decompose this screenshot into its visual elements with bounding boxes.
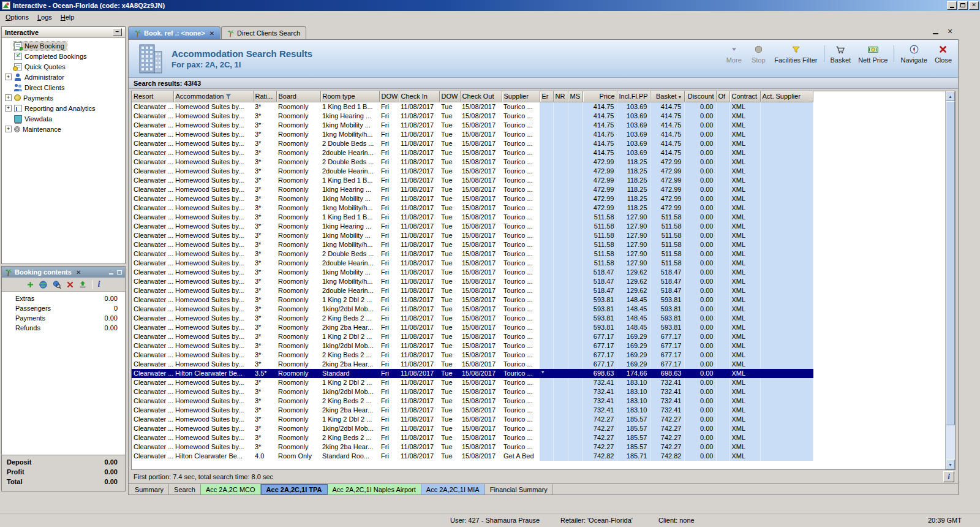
cell-check_out[interactable]: 15/08/2017 [460, 332, 502, 341]
expand-icon[interactable]: + [5, 94, 12, 101]
cell-act_supplier[interactable] [760, 305, 813, 314]
cell-dow_out[interactable]: Tue [439, 277, 460, 286]
cell-incl[interactable]: 183.10 [617, 387, 650, 396]
cell-room[interactable]: 2double Hearin... [320, 167, 379, 176]
cell-dow_in[interactable]: Fri [379, 231, 399, 240]
cell-resort[interactable]: Clearwater ... [132, 314, 173, 323]
cell-rating[interactable]: 3* [253, 351, 276, 360]
cell-dow_out[interactable]: Tue [439, 341, 460, 351]
cell-accommodation[interactable]: Homewood Suites by... [173, 415, 253, 424]
cell-ms[interactable] [568, 396, 582, 406]
cell-room[interactable]: 2 King Beds 2 ... [320, 433, 379, 442]
cell-er[interactable] [540, 259, 553, 268]
cell-board[interactable]: Roomonly [276, 442, 320, 452]
cell-ms[interactable] [568, 415, 582, 424]
cell-supplier[interactable]: Tourico ... [502, 167, 540, 176]
vertical-scrollbar[interactable]: ▲ ▼ [945, 91, 955, 469]
cell-ms[interactable] [568, 148, 582, 157]
cell-dow_in[interactable]: Fri [379, 185, 399, 194]
cell-resort[interactable]: Clearwater ... [132, 442, 173, 452]
cell-of[interactable] [716, 249, 729, 259]
cell-basket[interactable]: 511.58 [650, 213, 684, 222]
cell-board[interactable]: Roomonly [276, 240, 320, 249]
cell-check_in[interactable]: 11/08/2017 [399, 240, 439, 249]
cell-check_out[interactable]: 15/08/2017 [460, 268, 502, 277]
cell-act_supplier[interactable] [760, 268, 813, 277]
cell-discount[interactable]: 0.00 [684, 249, 716, 259]
cell-rating[interactable]: 3* [253, 139, 276, 148]
cell-er[interactable] [540, 351, 553, 360]
cell-check_in[interactable]: 11/08/2017 [399, 203, 439, 213]
cell-room[interactable]: 2king 2ba Hear... [320, 406, 379, 415]
cell-ms[interactable] [568, 157, 582, 167]
cell-dow_in[interactable]: Fri [379, 157, 399, 167]
cell-contract[interactable]: XML [729, 452, 760, 461]
cell-check_out[interactable]: 15/08/2017 [460, 387, 502, 396]
result-row[interactable]: Clearwater ...Homewood Suites by...3*Roo… [132, 277, 813, 286]
cell-price[interactable]: 511.58 [582, 249, 617, 259]
cell-ms[interactable] [568, 176, 582, 185]
cell-accommodation[interactable]: Homewood Suites by... [173, 314, 253, 323]
cell-ms[interactable] [568, 341, 582, 351]
cell-er[interactable] [540, 102, 553, 112]
result-row[interactable]: Clearwater ...Homewood Suites by...3*Roo… [132, 157, 813, 167]
result-row[interactable]: Clearwater ...Homewood Suites by...3*Roo… [132, 323, 813, 332]
result-row[interactable]: Clearwater ...Homewood Suites by...3*Roo… [132, 387, 813, 396]
cell-check_in[interactable]: 11/08/2017 [399, 222, 439, 231]
cell-incl[interactable]: 127.90 [617, 213, 650, 222]
cell-supplier[interactable]: Tourico ... [502, 369, 540, 378]
cell-accommodation[interactable]: Homewood Suites by... [173, 286, 253, 295]
cell-check_in[interactable]: 11/08/2017 [399, 249, 439, 259]
cell-check_out[interactable]: 15/08/2017 [460, 406, 502, 415]
cell-basket[interactable]: 742.27 [650, 442, 684, 452]
cell-discount[interactable]: 0.00 [684, 360, 716, 369]
cell-ms[interactable] [568, 222, 582, 231]
result-row[interactable]: Clearwater ...Homewood Suites by...3*Roo… [132, 222, 813, 231]
cell-act_supplier[interactable] [760, 222, 813, 231]
cell-check_out[interactable]: 15/08/2017 [460, 194, 502, 203]
cell-of[interactable] [716, 157, 729, 167]
cell-price[interactable]: 511.58 [582, 213, 617, 222]
cell-contract[interactable]: XML [729, 203, 760, 213]
cell-basket[interactable]: 732.41 [650, 406, 684, 415]
cell-incl[interactable]: 118.25 [617, 157, 650, 167]
cell-ms[interactable] [568, 213, 582, 222]
cell-nr[interactable] [553, 442, 568, 452]
cell-discount[interactable]: 0.00 [684, 231, 716, 240]
cell-nr[interactable] [553, 387, 568, 396]
cell-supplier[interactable]: Tourico ... [502, 203, 540, 213]
cell-check_in[interactable]: 11/08/2017 [399, 295, 439, 305]
cell-nr[interactable] [553, 249, 568, 259]
tab-acc-mia[interactable]: Acc 2A,2C,1I MIA [421, 484, 485, 495]
cell-discount[interactable]: 0.00 [684, 121, 716, 130]
cell-room[interactable]: 1kng Mobility/h... [320, 203, 379, 213]
cell-price[interactable]: 414.75 [582, 112, 617, 121]
cell-of[interactable] [716, 240, 729, 249]
sidebar-item-viewdata[interactable]: Viewdata [5, 113, 125, 124]
cell-check_in[interactable]: 11/08/2017 [399, 194, 439, 203]
cell-act_supplier[interactable] [760, 203, 813, 213]
pane-minimize-icon[interactable] [931, 28, 940, 36]
col-header-rati[interactable]: Rati... [253, 91, 276, 102]
cell-room[interactable]: 1king Mobility ... [320, 121, 379, 130]
cell-room[interactable]: 2double Hearin... [320, 286, 379, 295]
cell-ms[interactable] [568, 433, 582, 442]
cell-dow_in[interactable]: Fri [379, 378, 399, 387]
cell-incl[interactable]: 103.69 [617, 112, 650, 121]
cell-contract[interactable]: XML [729, 351, 760, 360]
cell-contract[interactable]: XML [729, 240, 760, 249]
cell-act_supplier[interactable] [760, 378, 813, 387]
cell-er[interactable] [540, 231, 553, 240]
info-icon[interactable]: i [98, 281, 100, 288]
cell-dow_out[interactable]: Tue [439, 249, 460, 259]
cell-resort[interactable]: Clearwater ... [132, 130, 173, 139]
cell-contract[interactable]: XML [729, 305, 760, 314]
sidebar-item-new-booking[interactable]: New Booking [5, 40, 125, 51]
cell-incl[interactable]: 103.69 [617, 130, 650, 139]
cell-room[interactable]: 2king 2ba Hear... [320, 323, 379, 332]
cell-ms[interactable] [568, 387, 582, 396]
cell-dow_in[interactable]: Fri [379, 167, 399, 176]
cell-ms[interactable] [568, 351, 582, 360]
cell-er[interactable]: * [540, 369, 553, 378]
cell-board[interactable]: Roomonly [276, 314, 320, 323]
